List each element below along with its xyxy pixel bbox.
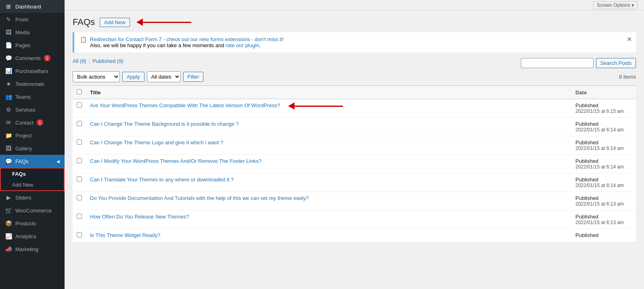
apply-button[interactable]: Apply <box>122 72 144 82</box>
date-status: Published <box>575 195 632 201</box>
bulk-actions-select[interactable]: Bulk actionsEditMove to Trash <box>73 71 120 82</box>
table-header-row: Title Date <box>73 86 636 99</box>
filter-button[interactable]: Filter <box>183 72 204 82</box>
row-checkbox[interactable] <box>77 232 82 237</box>
table-row: How Often Do You Release New Themes?Publ… <box>73 210 636 229</box>
select-all-checkbox[interactable] <box>77 89 82 94</box>
sidebar-item-products[interactable]: 📦 Products <box>0 217 65 230</box>
sidebar-item-project[interactable]: 📁 Project <box>0 129 65 142</box>
date-value: 2022/01/15 at 6:14 am <box>575 146 632 151</box>
arrow-head-icon <box>288 102 295 110</box>
arrow-shaft <box>143 22 191 23</box>
screen-options-button[interactable]: Screen Options ▾ <box>593 1 638 9</box>
sidebar-item-teams[interactable]: 👥 Teams <box>0 90 65 103</box>
date-status: Published <box>575 158 632 164</box>
post-title-link[interactable]: Is This Theme Widget Ready? <box>90 232 160 238</box>
products-icon: 📦 <box>5 220 12 227</box>
faqs-submenu: FAQs Add New <box>0 168 65 191</box>
topbar: Screen Options ▾ <box>65 0 644 10</box>
page-header: FAQs Add New <box>73 17 636 27</box>
row-checkbox[interactable] <box>77 121 82 126</box>
post-title-link[interactable]: How Often Do You Release New Themes? <box>90 214 189 220</box>
page-title: FAQs <box>73 17 95 27</box>
sidebar-item-testimonials[interactable]: ★ Testimonials <box>0 77 65 90</box>
faqs-arrow-icon: ◀ <box>56 159 60 164</box>
sidebar-item-analytics[interactable]: 📈 Analytics <box>0 230 65 243</box>
search-posts-button[interactable]: Search Posts <box>596 58 636 68</box>
table-row: Can I Change The Theme Background is it … <box>73 118 636 136</box>
header-date: Date <box>571 86 636 99</box>
post-title-link[interactable]: Do You Provide Documentation And Tutoria… <box>90 195 309 201</box>
services-icon: ⚙ <box>5 106 12 113</box>
sidebar-item-services[interactable]: ⚙ Services <box>0 103 65 116</box>
sidebar-item-woocommerce[interactable]: 🛒 WooCommerce <box>0 204 65 217</box>
sidebar-item-contact[interactable]: ✉ Contact 1 <box>0 116 65 129</box>
post-date: Published2022/01/15 at 6:15 am <box>571 99 636 118</box>
pages-icon: 📄 <box>5 42 12 48</box>
sidebar-item-posts[interactable]: ✎ Posts <box>0 13 65 26</box>
notice-close-button[interactable]: ✕ <box>627 35 632 43</box>
gallery-icon: 🖼 <box>5 145 12 152</box>
post-title-link[interactable]: Can I Modify Your WordPress Themes And/O… <box>90 158 261 164</box>
post-title-link[interactable]: Can I Change The Theme Background is it … <box>90 121 239 127</box>
arrow-shaft <box>295 106 343 107</box>
testimonials-icon: ★ <box>5 81 12 87</box>
table-body: Are Your WordPress Themes Compatible Wit… <box>73 99 636 242</box>
filter-all[interactable]: All (9) <box>73 58 86 64</box>
row-checkbox[interactable] <box>77 102 82 108</box>
marketing-icon: 📣 <box>5 246 12 252</box>
add-new-arrow <box>136 19 191 26</box>
project-icon: 📁 <box>5 132 12 139</box>
sidebar-sub-faqs-list[interactable]: FAQs <box>1 168 64 179</box>
notice-banner: 📋 Redirection for Contact Form 7 - check… <box>73 32 636 52</box>
date-status: Published <box>575 102 632 108</box>
table-row: Can I Translate Your Themes to any where… <box>73 173 636 192</box>
post-title-link[interactable]: Can I Change The Theme Logo and give it … <box>90 139 224 146</box>
table-row: Can I Change The Theme Logo and give it … <box>73 136 636 155</box>
sidebar-item-sliders[interactable]: ▶ Sliders <box>0 191 65 204</box>
row-checkbox[interactable] <box>77 139 82 145</box>
post-date: Published2022/01/15 at 6:14 am <box>571 136 636 155</box>
filter-search-row: All (9) | Published (9) Search Posts <box>73 58 636 68</box>
sidebar-item-purchasebars[interactable]: 📊 PurchaseBars <box>0 64 65 77</box>
content-area: FAQs Add New 📋 Redirection for Contact F… <box>65 10 644 289</box>
contact-badge: 1 <box>37 119 43 126</box>
date-value: 2022/01/15 at 6:15 am <box>575 108 632 114</box>
filter-published[interactable]: Published (9) <box>92 58 123 64</box>
sidebar-item-dashboard[interactable]: ⊞ Dashboard <box>0 0 65 13</box>
sidebar-item-marketing[interactable]: 📣 Marketing <box>0 243 65 256</box>
post-date: Published <box>571 229 636 242</box>
row-checkbox[interactable] <box>77 177 82 182</box>
row-checkbox[interactable] <box>77 158 82 163</box>
post-title-link[interactable]: Are Your WordPress Themes Compatible Wit… <box>90 102 280 108</box>
row-checkbox[interactable] <box>77 195 82 200</box>
date-value: 2022/01/15 at 6:13 am <box>575 201 632 207</box>
sidebar-item-gallery[interactable]: 🖼 Gallery <box>0 142 65 155</box>
notice-link-1[interactable]: Redirection for Contact Form 7 - check o… <box>90 36 284 42</box>
faqs-icon: 💬 <box>5 158 12 164</box>
add-new-button[interactable]: Add New <box>100 18 130 27</box>
date-status: Published <box>575 139 632 146</box>
row-checkbox[interactable] <box>77 214 82 219</box>
notice-rate-link[interactable]: rate our plugin <box>226 42 259 48</box>
sidebar-item-pages[interactable]: 📄 Pages <box>0 39 65 52</box>
search-area: Search Posts <box>521 58 636 68</box>
actions-row: Bulk actionsEditMove to Trash Apply All … <box>73 71 636 82</box>
analytics-icon: 📈 <box>5 233 12 239</box>
comments-icon: 💬 <box>5 55 12 61</box>
notice-text: Redirection for Contact Form 7 - check o… <box>90 36 284 48</box>
post-date: Published2022/01/15 at 6:13 am <box>571 210 636 229</box>
sidebar: ⊞ Dashboard ✎ Posts 🖼 Media 📄 Pages 💬 Co… <box>0 0 65 289</box>
filter-links: All (9) | Published (9) <box>73 58 521 64</box>
sidebar-item-faqs[interactable]: 💬 FAQs ◀ <box>0 155 65 168</box>
sliders-icon: ▶ <box>5 194 12 201</box>
woocommerce-icon: 🛒 <box>5 207 12 214</box>
sidebar-item-comments[interactable]: 💬 Comments 1 <box>0 52 65 64</box>
sidebar-sub-faqs-add-new[interactable]: Add New <box>1 179 64 190</box>
dates-select[interactable]: All dates <box>147 71 181 82</box>
search-input[interactable] <box>521 58 594 68</box>
arrow-head-icon <box>136 19 143 26</box>
comments-badge: 1 <box>44 55 50 61</box>
post-title-link[interactable]: Can I Translate Your Themes to any where… <box>90 177 234 183</box>
sidebar-item-media[interactable]: 🖼 Media <box>0 26 65 39</box>
